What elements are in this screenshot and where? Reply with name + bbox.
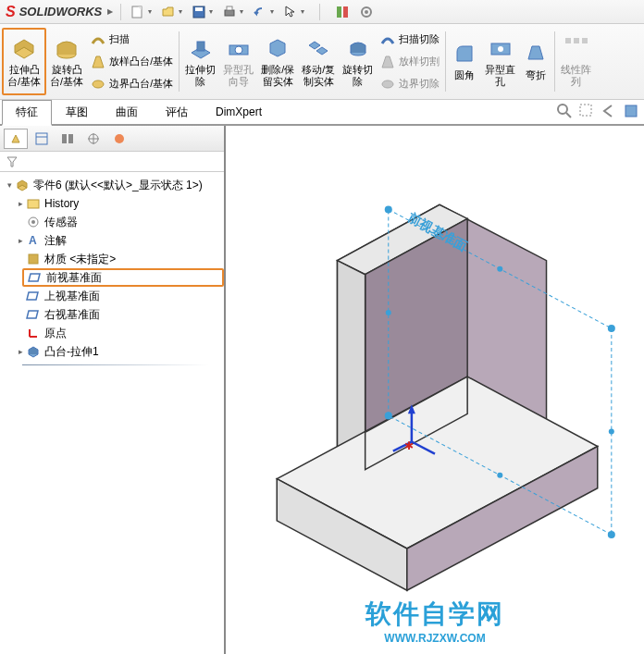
svg-point-8 <box>365 10 368 14</box>
graphics-viewport[interactable]: 前视基准面 ✱ 软件自学网 WWW.RJZXW.COM <box>226 126 644 654</box>
manager-tabs <box>0 126 224 152</box>
svg-point-42 <box>608 531 615 538</box>
tree-material[interactable]: 材质 <未指定> <box>22 250 224 268</box>
delete-keep-button[interactable]: 删除/保留实体 <box>257 28 298 95</box>
fillet-button[interactable]: 圆角 <box>448 28 481 95</box>
tree-front-plane-label: 前视基准面 <box>46 270 102 286</box>
tab-evaluate[interactable]: 评估 <box>152 100 202 125</box>
tree-front-plane[interactable]: 前视基准面 <box>22 268 224 287</box>
svg-point-35 <box>31 220 35 224</box>
command-tabs: 特征 草图 曲面 评估 DimXpert <box>0 100 644 126</box>
plane-icon <box>28 270 43 285</box>
chevron-right-icon[interactable]: ▶ <box>107 7 113 16</box>
tree-extrude1-label: 凸台-拉伸1 <box>44 344 99 360</box>
boundary-cut-button[interactable]: 边界切除 <box>377 73 443 95</box>
revolve-boss-button[interactable]: 旋转凸台/基体 <box>46 28 87 95</box>
open-button[interactable]: ▾ <box>159 3 184 21</box>
tree-filter-bar <box>0 152 224 172</box>
tree-right-plane-label: 右视基准面 <box>44 307 100 323</box>
display-manager-tab[interactable] <box>107 129 131 149</box>
collapse-icon[interactable]: ▾ <box>4 180 15 190</box>
config-manager-tab[interactable] <box>56 129 80 149</box>
property-manager-tab[interactable] <box>30 129 54 149</box>
svg-point-44 <box>497 266 502 272</box>
app-name: SOLIDWORKS <box>19 5 103 19</box>
svg-rect-19 <box>574 38 579 43</box>
heads-up-toolbar <box>555 102 640 122</box>
svg-point-21 <box>558 105 567 114</box>
tab-surface[interactable]: 曲面 <box>102 100 152 125</box>
funnel-icon[interactable] <box>6 155 19 168</box>
tree-top-plane[interactable]: 上视基准面 <box>22 287 224 305</box>
watermark: 软件自学网 WWW.RJZXW.COM <box>365 597 504 645</box>
part-icon <box>15 178 30 192</box>
svg-rect-23 <box>580 105 591 116</box>
expand-icon[interactable]: ▸ <box>15 347 26 356</box>
expand-icon[interactable]: ▸ <box>15 236 26 245</box>
tree-annotations-label: 注解 <box>44 233 67 249</box>
svg-rect-4 <box>227 6 232 10</box>
svg-rect-6 <box>343 6 348 18</box>
tree-right-plane[interactable]: 右视基准面 <box>22 305 224 324</box>
hole-wizard-button[interactable]: 异型孔向导 <box>219 28 257 95</box>
svg-rect-3 <box>225 10 234 16</box>
tree-sensors[interactable]: 传感器 <box>22 213 224 231</box>
rebuild-button[interactable] <box>333 3 352 21</box>
options-button[interactable] <box>357 3 376 21</box>
svg-point-41 <box>608 325 615 332</box>
rollback-bar[interactable] <box>22 364 209 365</box>
swept-boss-button[interactable]: 扫描 <box>87 29 177 51</box>
dimxpert-manager-tab[interactable] <box>81 129 105 149</box>
svg-rect-5 <box>337 6 341 18</box>
move-copy-button[interactable]: 移动/复制实体 <box>298 28 339 95</box>
model-view: 前视基准面 ✱ <box>226 126 644 646</box>
tab-dimxpert[interactable]: DimXpert <box>202 101 276 123</box>
center-hole-button[interactable]: 异型直孔 <box>481 28 519 95</box>
tree-history-label: History <box>44 197 79 210</box>
svg-rect-2 <box>195 7 203 11</box>
svg-point-40 <box>385 205 392 213</box>
feature-manager-tab[interactable] <box>4 129 28 149</box>
extrude-boss-button[interactable]: 拉伸凸台/基体 <box>2 28 46 95</box>
svg-point-17 <box>498 46 503 52</box>
swept-cut-button[interactable]: 扫描切除 <box>377 29 443 51</box>
tree-extrude1[interactable]: ▸ 凸台-拉伸1 <box>11 342 224 361</box>
prev-view-icon[interactable] <box>600 102 618 122</box>
svg-point-47 <box>386 310 391 315</box>
linear-pattern-button[interactable]: 线性阵列 <box>557 28 595 95</box>
undo-button[interactable]: ▾ <box>251 3 276 21</box>
save-button[interactable]: ▾ <box>190 3 215 21</box>
tree-material-label: 材质 <未指定> <box>44 252 116 267</box>
tab-sketch[interactable]: 草图 <box>52 100 102 125</box>
ribbon: 拉伸凸台/基体 旋转凸台/基体 扫描 放样凸台/基体 边界凸台/基体 拉伸切除 … <box>0 24 644 100</box>
plane-icon <box>26 289 41 303</box>
solidworks-icon: S <box>6 4 16 20</box>
zoom-fit-icon[interactable] <box>555 102 574 122</box>
extrude-cut-button[interactable]: 拉伸切除 <box>181 28 219 95</box>
svg-point-45 <box>609 428 614 434</box>
expand-icon[interactable]: ▸ <box>15 199 26 208</box>
lofted-cut-button[interactable]: 放样切割 <box>377 51 443 73</box>
tab-features[interactable]: 特征 <box>2 100 52 126</box>
select-button[interactable]: ▾ <box>281 3 306 21</box>
svg-text:A: A <box>29 234 37 247</box>
tree-origin[interactable]: 原点 <box>22 324 224 342</box>
zoom-area-icon[interactable] <box>577 102 596 122</box>
tree-root[interactable]: ▾ 零件6 (默认<<默认>_显示状态 1>) <box>0 176 224 194</box>
tree-sensors-label: 传感器 <box>44 215 78 230</box>
svg-text:✱: ✱ <box>404 439 414 452</box>
boundary-boss-button[interactable]: 边界凸台/基体 <box>87 73 177 95</box>
sensors-icon <box>26 215 41 229</box>
new-button[interactable]: ▾ <box>129 3 154 21</box>
section-view-icon[interactable] <box>622 102 640 122</box>
tree-history[interactable]: ▸ History <box>11 194 224 213</box>
extrude-icon <box>26 344 41 359</box>
tree-annotations[interactable]: ▸ A 注解 <box>11 231 224 250</box>
svg-rect-27 <box>62 134 67 143</box>
print-button[interactable]: ▾ <box>220 3 245 21</box>
lofted-boss-button[interactable]: 放样凸台/基体 <box>87 51 177 73</box>
revolve-cut-button[interactable]: 旋转切除 <box>339 28 377 95</box>
svg-point-15 <box>382 80 393 88</box>
draft-button[interactable]: 弯折 <box>519 28 552 95</box>
svg-point-32 <box>115 134 124 143</box>
